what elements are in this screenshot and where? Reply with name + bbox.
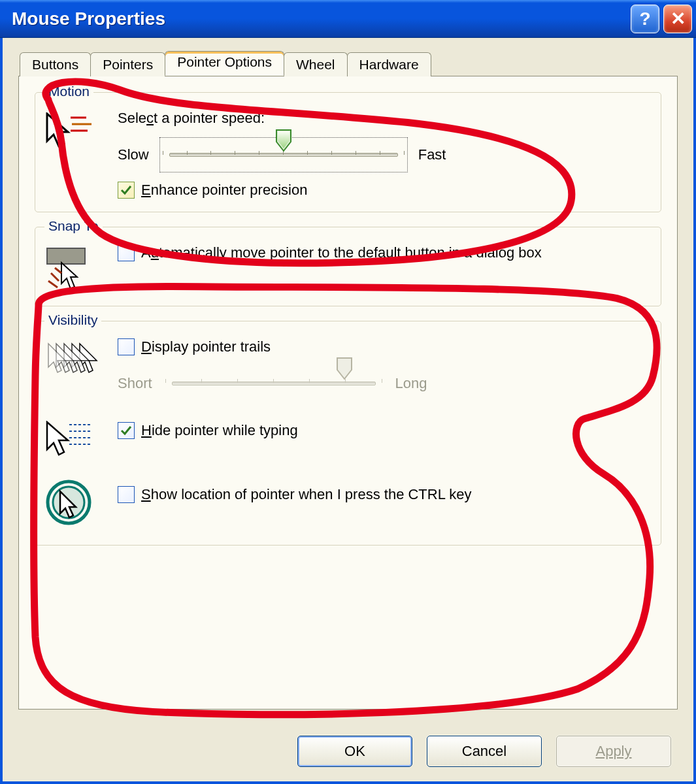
pointer-speed-label: Select a pointer speed: — [118, 110, 650, 127]
hide-typing-icon — [46, 418, 105, 460]
enhance-precision-label: Enhance pointer precision — [141, 182, 307, 199]
tab-hardware[interactable]: Hardware — [347, 52, 431, 76]
dialog-button-bar: OK Cancel Apply — [297, 736, 671, 767]
svg-line-4 — [51, 273, 59, 281]
group-visibility: Visibility — [35, 321, 661, 546]
dialog-client-area: Buttons Pointers Pointer Options Wheel H… — [0, 38, 696, 784]
tab-buttons[interactable]: Buttons — [20, 52, 91, 76]
trails-short-label: Short — [118, 375, 152, 392]
pointer-speed-slider[interactable] — [159, 137, 408, 172]
apply-button-label: Apply — [595, 743, 631, 760]
trails-checkbox[interactable] — [118, 338, 135, 355]
group-visibility-title: Visibility — [44, 312, 101, 328]
hide-typing-checkbox[interactable] — [118, 422, 135, 439]
trails-long-label: Long — [395, 375, 427, 392]
slow-label: Slow — [118, 146, 149, 163]
close-icon: ✕ — [671, 10, 686, 28]
window-title: Mouse Properties — [12, 8, 627, 29]
question-icon: ? — [639, 10, 650, 28]
enhance-precision-checkbox[interactable] — [118, 182, 135, 199]
hide-typing-label: Hide pointer while typing — [141, 422, 298, 439]
snapto-label: Automatically move pointer to the defaul… — [141, 244, 542, 261]
group-snap-to: Snap To Automatically move p — [35, 227, 661, 306]
tab-pointer-options[interactable]: Pointer Options — [165, 51, 284, 76]
tab-panel-pointer-options: Motion Select a pointer speed: Slow — [18, 76, 678, 710]
show-location-icon — [46, 477, 105, 525]
trails-slider — [163, 366, 385, 401]
group-motion: Motion Select a pointer speed: Slow — [35, 92, 661, 212]
show-location-label: Show location of pointer when I press th… — [141, 486, 471, 503]
tab-pointers[interactable]: Pointers — [90, 52, 165, 76]
show-location-checkbox[interactable] — [118, 486, 135, 503]
svg-line-6 — [55, 268, 61, 273]
ok-button[interactable]: OK — [297, 736, 412, 767]
group-snap-title: Snap To — [44, 218, 103, 234]
motion-icon — [46, 110, 105, 154]
svg-rect-3 — [47, 248, 85, 264]
tab-strip: Buttons Pointers Pointer Options Wheel H… — [20, 51, 678, 76]
titlebar: Mouse Properties ? ✕ — [0, 0, 696, 38]
help-button[interactable]: ? — [631, 5, 659, 33]
cancel-button[interactable]: Cancel — [427, 736, 542, 767]
snapto-checkbox[interactable] — [118, 244, 135, 261]
apply-button[interactable]: Apply — [556, 736, 671, 767]
fast-label: Fast — [418, 146, 446, 163]
snapto-icon — [46, 244, 105, 293]
tab-wheel[interactable]: Wheel — [284, 52, 348, 76]
svg-line-5 — [48, 281, 58, 287]
group-motion-title: Motion — [44, 84, 93, 99]
close-button[interactable]: ✕ — [663, 5, 692, 33]
trails-icon — [46, 338, 105, 382]
trails-label: Display pointer trails — [141, 338, 271, 355]
